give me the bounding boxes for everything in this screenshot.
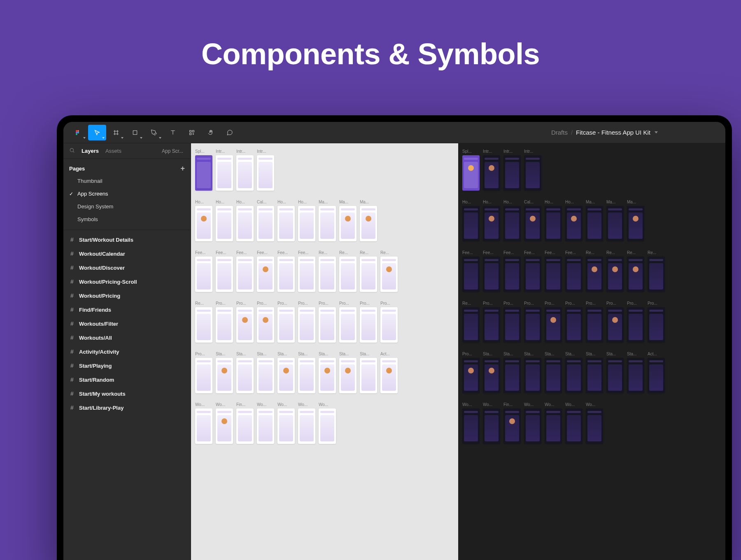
frame[interactable]: Wo... bbox=[565, 402, 583, 444]
frame[interactable]: Re... bbox=[586, 250, 603, 292]
frame-thumbnail[interactable] bbox=[339, 307, 357, 343]
frame-thumbnail[interactable] bbox=[606, 206, 624, 241]
frame-thumbnail[interactable] bbox=[380, 307, 398, 343]
frame[interactable]: Ma... bbox=[606, 200, 624, 241]
frame[interactable]: Fee... bbox=[195, 250, 212, 292]
frame-thumbnail[interactable] bbox=[298, 257, 315, 292]
frame[interactable]: Sta... bbox=[545, 352, 562, 393]
frame-thumbnail[interactable] bbox=[483, 257, 500, 292]
layer-item[interactable]: #Workout/Calendar bbox=[63, 247, 191, 261]
frame[interactable]: Sta... bbox=[483, 352, 500, 393]
frame[interactable]: Pro... bbox=[524, 301, 541, 343]
layer-item[interactable]: #Workout/Discover bbox=[63, 261, 191, 275]
frame-thumbnail[interactable] bbox=[503, 358, 521, 393]
frame-thumbnail[interactable] bbox=[503, 257, 521, 292]
frame-thumbnail[interactable] bbox=[483, 206, 500, 241]
frame[interactable]: Cal... bbox=[257, 200, 274, 241]
frame-thumbnail[interactable] bbox=[483, 307, 500, 343]
page-item[interactable]: Design System bbox=[63, 200, 191, 213]
frame[interactable]: Ho... bbox=[503, 200, 521, 241]
layer-item[interactable]: #Start/My workouts bbox=[63, 387, 191, 401]
frame-thumbnail[interactable] bbox=[545, 257, 562, 292]
shape-tool[interactable] bbox=[126, 125, 144, 140]
frame-thumbnail[interactable] bbox=[565, 206, 583, 241]
frame[interactable]: Spl... bbox=[462, 149, 480, 191]
frame[interactable]: Pro... bbox=[483, 301, 500, 343]
frame[interactable]: Pro... bbox=[586, 301, 603, 343]
frame-thumbnail[interactable] bbox=[236, 408, 254, 444]
frame-thumbnail[interactable] bbox=[236, 358, 254, 393]
frame[interactable]: Re... bbox=[462, 301, 480, 343]
frame[interactable]: Ho... bbox=[298, 200, 315, 241]
figma-menu-button[interactable] bbox=[69, 125, 87, 140]
frame[interactable]: Ma... bbox=[339, 200, 357, 241]
frame[interactable]: Pro... bbox=[565, 301, 583, 343]
frame[interactable]: Sta... bbox=[360, 352, 377, 393]
frame[interactable]: Pro... bbox=[236, 301, 254, 343]
frame-thumbnail[interactable] bbox=[462, 257, 480, 292]
frame-thumbnail[interactable] bbox=[319, 408, 336, 444]
frame[interactable]: Wo... bbox=[298, 402, 315, 444]
frame-thumbnail[interactable] bbox=[216, 307, 233, 343]
frame[interactable]: Pro... bbox=[298, 301, 315, 343]
frame-thumbnail[interactable] bbox=[503, 155, 521, 191]
frame[interactable]: Re... bbox=[195, 301, 212, 343]
frame[interactable]: Ma... bbox=[360, 200, 377, 241]
frame-thumbnail[interactable] bbox=[195, 358, 212, 393]
frame-thumbnail[interactable] bbox=[524, 408, 541, 444]
frame-thumbnail[interactable] bbox=[319, 257, 336, 292]
frame[interactable]: Re... bbox=[380, 250, 398, 292]
frame[interactable]: Fin... bbox=[236, 402, 254, 444]
frame[interactable]: Ma... bbox=[586, 200, 603, 241]
search-icon[interactable] bbox=[69, 147, 75, 154]
frame-thumbnail[interactable] bbox=[483, 155, 500, 191]
text-tool[interactable] bbox=[164, 125, 182, 140]
resources-tool[interactable] bbox=[183, 125, 201, 140]
frame-thumbnail[interactable] bbox=[606, 307, 624, 343]
frame[interactable]: Intr... bbox=[216, 149, 233, 191]
frame[interactable]: Wo... bbox=[586, 402, 603, 444]
frame[interactable]: Sta... bbox=[339, 352, 357, 393]
frame-thumbnail[interactable] bbox=[380, 257, 398, 292]
frame[interactable]: Act... bbox=[648, 352, 665, 393]
frame-thumbnail[interactable] bbox=[236, 257, 254, 292]
frame[interactable]: Wo... bbox=[319, 402, 336, 444]
tab-layers[interactable]: Layers bbox=[82, 148, 99, 154]
frame-thumbnail[interactable] bbox=[195, 408, 212, 444]
frame-thumbnail[interactable] bbox=[524, 155, 541, 191]
frame-thumbnail[interactable] bbox=[339, 358, 357, 393]
page-item[interactable]: Symbols bbox=[63, 213, 191, 226]
frame-thumbnail[interactable] bbox=[257, 358, 274, 393]
frame[interactable]: Wo... bbox=[195, 402, 212, 444]
frame-thumbnail[interactable] bbox=[216, 155, 233, 191]
frame-thumbnail[interactable] bbox=[503, 307, 521, 343]
frame[interactable]: Intr... bbox=[236, 149, 254, 191]
frame[interactable]: Fee... bbox=[524, 250, 541, 292]
frame[interactable]: Re... bbox=[339, 250, 357, 292]
layer-item[interactable]: #Start/Workout Details bbox=[63, 233, 191, 247]
frame[interactable]: Wo... bbox=[257, 402, 274, 444]
frame[interactable]: Fee... bbox=[298, 250, 315, 292]
frame-thumbnail[interactable] bbox=[277, 358, 295, 393]
frame[interactable]: Pro... bbox=[606, 301, 624, 343]
frame[interactable]: Spl... bbox=[195, 149, 212, 191]
frame[interactable]: Pro... bbox=[545, 301, 562, 343]
frame-thumbnail[interactable] bbox=[483, 358, 500, 393]
frame[interactable]: Re... bbox=[360, 250, 377, 292]
frame-thumbnail[interactable] bbox=[565, 408, 583, 444]
frame[interactable]: Sta... bbox=[524, 352, 541, 393]
frame[interactable]: Re... bbox=[319, 250, 336, 292]
frame[interactable]: Sta... bbox=[606, 352, 624, 393]
frame[interactable]: Sta... bbox=[257, 352, 274, 393]
frame-thumbnail[interactable] bbox=[216, 206, 233, 241]
frame-thumbnail[interactable] bbox=[319, 307, 336, 343]
frame[interactable]: Sta... bbox=[277, 352, 295, 393]
frame-thumbnail[interactable] bbox=[545, 206, 562, 241]
frame[interactable]: Re... bbox=[606, 250, 624, 292]
breadcrumb-drafts[interactable]: Drafts bbox=[551, 129, 568, 136]
frame-thumbnail[interactable] bbox=[586, 307, 603, 343]
frame-thumbnail[interactable] bbox=[298, 206, 315, 241]
frame[interactable]: Wo... bbox=[545, 402, 562, 444]
frame[interactable]: Fee... bbox=[257, 250, 274, 292]
frame-thumbnail[interactable] bbox=[298, 307, 315, 343]
